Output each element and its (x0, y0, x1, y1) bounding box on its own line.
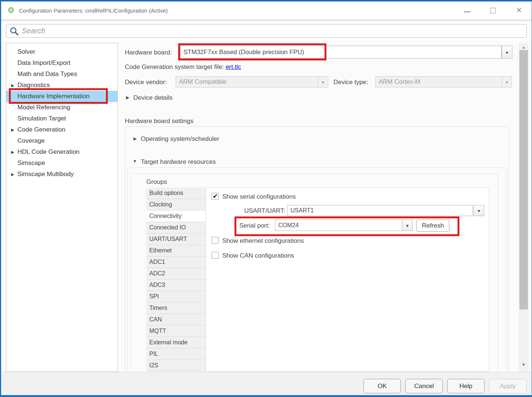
vertical-scrollbar[interactable]: ▲ ▼ (519, 43, 529, 372)
window-border-left (0, 0, 1, 397)
sidebar-item-hardware-implementation[interactable]: Hardware Implementation (6, 91, 117, 102)
groups-list: Build optionsClockingConnectivityConnect… (146, 188, 206, 371)
target-resources-label[interactable]: Target hardware resources (141, 158, 216, 166)
sidebar-item-label: Simscape Multibody (17, 169, 74, 180)
chevron-down-icon: ▼ (405, 224, 409, 228)
sidebar-item-math-and-data-types[interactable]: Math and Data Types (6, 69, 117, 80)
scroll-down-icon[interactable]: ▼ (519, 363, 529, 367)
expand-arrow-icon[interactable]: ▶ (11, 124, 14, 135)
os-scheduler-expand-icon[interactable]: ▶ (133, 136, 137, 141)
search-box[interactable] (6, 24, 527, 38)
group-item-connectivity[interactable]: Connectivity (146, 211, 206, 222)
show-ethernet-checkbox[interactable] (212, 237, 219, 244)
sidebar-item-label: Coverage (17, 135, 45, 146)
scrollbar-thumb[interactable] (519, 50, 528, 310)
group-item-timers[interactable]: Timers (146, 302, 206, 314)
cancel-button[interactable]: Cancel (405, 379, 443, 393)
device-type-dropdown-arrow: ▼ (502, 76, 512, 87)
footer-buttons: OKCancelHelpApply (363, 379, 526, 393)
window-border-top (0, 0, 532, 1)
sidebar-item-label: Code Generation (17, 124, 65, 135)
serial-port-combo[interactable]: COM24 (275, 219, 402, 231)
usart-uart-dropdown-arrow[interactable]: ▼ (473, 205, 484, 216)
sidebar-item-label: Simulation Target (17, 113, 66, 124)
minimize-button[interactable] (459, 1, 476, 19)
sidebar-item-data-import-export[interactable]: Data Import/Export (6, 57, 117, 69)
group-item-adc1[interactable]: ADC1 (146, 257, 206, 268)
group-item-can[interactable]: CAN (146, 314, 206, 325)
scroll-up-icon[interactable]: ▲ (519, 45, 529, 49)
sidebar-item-label: Math and Data Types (17, 69, 77, 80)
usart-uart-combo[interactable]: USART1 (287, 205, 473, 216)
sidebar-item-hdl-code-generation[interactable]: ▶HDL Code Generation (6, 146, 117, 158)
hardware-board-combo[interactable]: STM32F7xx Based (Double precision FPU) (180, 46, 502, 59)
group-item-adc2[interactable]: ADC2 (146, 268, 206, 279)
sidebar-item-coverage[interactable]: Coverage (6, 135, 117, 146)
titlebar-separator (0, 19, 532, 21)
board-settings-title: Hardware board settings (125, 118, 193, 125)
group-item-uart-usart[interactable]: UART/USART (146, 234, 206, 245)
hardware-board-dropdown-arrow[interactable]: ▼ (502, 46, 512, 59)
device-vendor-dropdown-arrow: ▼ (318, 76, 328, 87)
apply-button[interactable]: Apply (489, 379, 526, 393)
refresh-button[interactable]: Refresh (416, 219, 449, 232)
sidebar-item-label: Hardware Implementation (17, 91, 90, 102)
maximize-icon (490, 8, 496, 13)
group-item-adc3[interactable]: ADC3 (146, 279, 206, 291)
sidebar-item-label: Model Referencing (17, 102, 70, 113)
group-item-ethernet[interactable]: Ethernet (146, 245, 206, 257)
sidebar-tree: SolverData Import/ExportMath and Data Ty… (6, 43, 118, 372)
window-title: Configuration Parameters: cmdRefPIL/Conf… (19, 7, 168, 14)
group-item-mqtt[interactable]: MQTT (146, 325, 206, 337)
sidebar-item-simulation-target[interactable]: Simulation Target (6, 113, 117, 124)
target-resources-collapse-icon[interactable]: ▼ (133, 159, 137, 164)
search-input[interactable] (22, 25, 522, 37)
device-vendor-value: ARM Compatible (176, 78, 227, 85)
group-item-i2s[interactable]: I2S (146, 360, 206, 371)
configuration-parameters-window: ⚙ Configuration Parameters: cmdRefPIL/Co… (0, 0, 532, 397)
device-vendor-combo: ARM Compatible (176, 76, 318, 87)
window-border-bottom (0, 395, 532, 397)
footer-bar: OKCancelHelpApply (1, 372, 532, 395)
serial-port-dropdown-arrow[interactable]: ▼ (402, 219, 413, 231)
show-can-label: Show CAN configurations (222, 252, 294, 259)
close-button[interactable]: ✕ (512, 1, 529, 19)
show-serial-checkbox[interactable] (212, 193, 219, 200)
search-icon (10, 27, 19, 36)
sidebar-item-label: HDL Code Generation (17, 146, 80, 158)
minimize-icon (464, 11, 471, 12)
serial-port-value: COM24 (275, 222, 299, 228)
expand-arrow-icon[interactable]: ▶ (11, 146, 14, 158)
help-button[interactable]: Help (447, 379, 485, 393)
ok-button[interactable]: OK (363, 379, 401, 393)
serial-port-label: Serial port: (239, 222, 270, 229)
device-type-combo: ARM Cortex-M (375, 76, 502, 87)
os-scheduler-label[interactable]: Operating system/scheduler (141, 135, 219, 143)
sidebar-item-diagnostics[interactable]: ▶Diagnostics (6, 80, 117, 91)
groups-title: Groups (146, 178, 167, 186)
device-details-label[interactable]: Device details (133, 94, 173, 102)
sidebar-item-simscape-multibody[interactable]: ▶Simscape Multibody (6, 169, 117, 180)
sidebar-item-model-referencing[interactable]: Model Referencing (6, 102, 117, 113)
group-item-clocking[interactable]: Clocking (146, 199, 206, 211)
sidebar-item-solver[interactable]: Solver (6, 46, 117, 57)
sidebar-item-simscape[interactable]: Simscape (6, 158, 117, 169)
device-type-value: ARM Cortex-M (376, 78, 420, 85)
show-can-checkbox[interactable] (212, 252, 219, 259)
group-item-pil[interactable]: PIL (146, 348, 206, 360)
expand-arrow-icon[interactable]: ▶ (11, 80, 14, 91)
group-item-connected-io[interactable]: Connected IO (146, 222, 206, 234)
device-vendor-label: Device vendor: (125, 79, 167, 86)
maximize-button[interactable] (485, 1, 502, 19)
device-details-expand-icon[interactable]: ▶ (126, 95, 129, 100)
sidebar-item-label: Data Import/Export (17, 57, 70, 69)
group-item-external-mode[interactable]: External mode (146, 337, 206, 348)
ert-tlc-link[interactable]: ert.tlc (226, 63, 241, 70)
group-item-build-options[interactable]: Build options (146, 188, 206, 199)
sidebar-item-code-generation[interactable]: ▶Code Generation (6, 124, 117, 135)
group-item-spi[interactable]: SPI (146, 291, 206, 302)
simulink-gear-icon: ⚙ (7, 6, 15, 15)
expand-arrow-icon[interactable]: ▶ (11, 169, 14, 180)
chevron-down-icon: ▼ (477, 209, 481, 213)
sidebar-item-label: Diagnostics (17, 80, 50, 91)
